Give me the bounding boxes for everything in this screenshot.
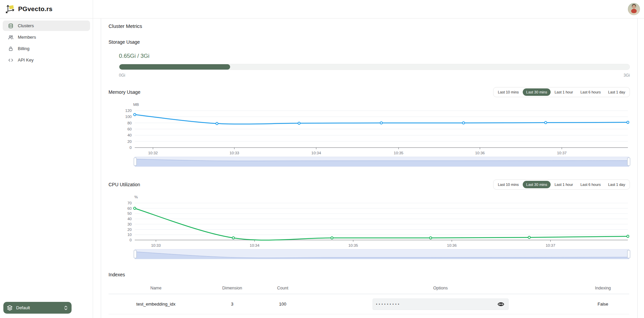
datazoom-handle-left[interactable]: [134, 158, 137, 166]
page-title: Cluster Metrics: [109, 23, 630, 29]
indexes-table-header: Name Dimension Count Options Indexing: [109, 282, 629, 294]
reveal-options-button[interactable]: [497, 300, 505, 308]
time-range-last-6-hours[interactable]: Last 6 hours: [577, 88, 604, 96]
memory-usage-section: Memory Usage Last 10 mins Last 30 mins L…: [109, 87, 630, 167]
time-range-last-10-mins[interactable]: Last 10 mins: [495, 88, 522, 96]
storage-usage-title: Storage Usage: [109, 39, 630, 45]
eye-icon: [498, 301, 504, 308]
svg-text:10:34: 10:34: [250, 243, 259, 247]
svg-text:0: 0: [130, 238, 132, 242]
svg-text:60: 60: [127, 127, 132, 131]
time-range-last-1-hour[interactable]: Last 1 hour: [551, 88, 576, 96]
sidebar-nav: Clusters Members Billing API Key: [0, 18, 93, 68]
storage-usage-block: 0.65Gi / 3Gi 0Gi 3Gi: [119, 53, 630, 78]
column-header-count: Count: [261, 286, 304, 290]
code-icon: [8, 57, 13, 63]
svg-text:40: 40: [127, 217, 132, 221]
svg-text:10:32: 10:32: [148, 151, 158, 155]
column-header-indexing: Indexing: [576, 286, 629, 290]
svg-text:40: 40: [127, 133, 132, 137]
column-header-options: Options: [304, 286, 577, 290]
chevron-up-down-icon: [63, 305, 68, 311]
svg-text:20: 20: [127, 140, 132, 144]
memory-datazoom-preview: [135, 157, 629, 166]
svg-text:10:35: 10:35: [348, 243, 358, 247]
database-icon: [8, 23, 13, 29]
svg-text:100: 100: [125, 115, 132, 119]
lock-icon: [8, 46, 13, 51]
datazoom-handle-left[interactable]: [134, 250, 137, 258]
cpu-datazoom-preview: [135, 249, 629, 259]
memory-time-range-group: Last 10 mins Last 30 mins Last 1 hour La…: [493, 87, 630, 97]
sidebar-item-label: Clusters: [18, 23, 34, 28]
svg-text:10:37: 10:37: [557, 151, 567, 155]
index-dimension-cell: 3: [203, 302, 261, 307]
svg-text:120: 120: [125, 109, 132, 113]
svg-text:70: 70: [127, 201, 132, 205]
svg-text:10:33: 10:33: [151, 243, 161, 247]
svg-text:30: 30: [127, 222, 132, 226]
main-area: Cluster Metrics Storage Usage 0.65Gi / 3…: [93, 0, 644, 318]
storage-progress-fill: [119, 64, 230, 70]
sidebar-item-api-key[interactable]: API Key: [3, 55, 90, 65]
memory-usage-title: Memory Usage: [109, 89, 140, 95]
column-header-dimension: Dimension: [203, 286, 261, 290]
svg-text:0: 0: [130, 146, 132, 150]
index-name-cell: test_embedding_idx: [109, 302, 203, 307]
svg-text:10:33: 10:33: [229, 151, 239, 155]
sidebar-item-clusters[interactable]: Clusters: [3, 21, 90, 31]
topbar: [93, 0, 644, 18]
content-panel: Cluster Metrics Storage Usage 0.65Gi / 3…: [101, 18, 638, 318]
svg-text:10: 10: [127, 233, 132, 237]
cpu-time-range-group: Last 10 mins Last 30 mins Last 1 hour La…: [493, 180, 630, 190]
svg-text:10:34: 10:34: [311, 151, 321, 155]
svg-text:10:35: 10:35: [394, 151, 403, 155]
pgvecto-logo-icon: [5, 4, 15, 14]
memory-datazoom-slider[interactable]: [135, 157, 629, 167]
storage-usage-value: 0.65Gi / 3Gi: [119, 53, 630, 59]
sidebar-item-billing[interactable]: Billing: [3, 43, 90, 54]
app-logo: PGvecto.rs: [0, 0, 93, 18]
sidebar-item-label: Billing: [18, 46, 30, 51]
sidebar: PGvecto.rs Clusters Members: [0, 0, 93, 318]
time-range-last-10-mins[interactable]: Last 10 mins: [495, 181, 522, 188]
storage-scale-max: 3Gi: [624, 73, 630, 78]
index-options-cell: •••••••••: [304, 299, 577, 310]
indexes-title: Indexes: [109, 272, 630, 277]
svg-text:50: 50: [127, 211, 132, 215]
memory-usage-chart: MB02040608010012010:3210:3310:3410:3510:…: [109, 101, 629, 156]
cpu-utilization-title: CPU Utilization: [109, 182, 140, 187]
time-range-last-30-mins[interactable]: Last 30 mins: [523, 88, 550, 96]
members-icon: [8, 35, 13, 40]
index-count-cell: 100: [261, 302, 304, 307]
cpu-utilization-chart: %01020304050607010:3310:3410:3510:3610:3…: [109, 193, 629, 248]
app-name: PGvecto.rs: [18, 5, 52, 13]
svg-text:10:36: 10:36: [475, 151, 485, 155]
table-row: test_embedding_idx 3 100 •••••••••: [109, 294, 629, 314]
cpu-datazoom-slider[interactable]: [135, 249, 629, 259]
cluster-selector-label: Default: [16, 305, 60, 310]
svg-text:60: 60: [127, 206, 132, 210]
time-range-last-1-hour[interactable]: Last 1 hour: [551, 181, 576, 188]
time-range-last-6-hours[interactable]: Last 6 hours: [577, 181, 604, 188]
layers-icon: [7, 305, 13, 311]
time-range-last-30-mins[interactable]: Last 30 mins: [523, 181, 550, 188]
svg-text:10:37: 10:37: [546, 243, 555, 247]
cluster-selector-button[interactable]: Default: [3, 302, 72, 314]
time-range-last-1-day[interactable]: Last 1 day: [605, 88, 629, 96]
sidebar-item-label: API Key: [18, 57, 34, 63]
svg-text:20: 20: [127, 228, 132, 232]
storage-scale-min: 0Gi: [119, 73, 125, 78]
storage-scale: 0Gi 3Gi: [119, 73, 630, 78]
datazoom-handle-right[interactable]: [627, 250, 630, 258]
time-range-last-1-day[interactable]: Last 1 day: [605, 181, 629, 188]
user-avatar[interactable]: [628, 3, 640, 15]
datazoom-handle-right[interactable]: [627, 158, 630, 166]
indexes-table: Name Dimension Count Options Indexing te…: [109, 282, 629, 314]
svg-text:80: 80: [127, 121, 132, 125]
options-masked-input[interactable]: •••••••••: [373, 299, 509, 310]
sidebar-item-members[interactable]: Members: [3, 32, 90, 42]
column-header-name: Name: [109, 286, 203, 290]
svg-text:%: %: [134, 195, 138, 199]
storage-progress-bar: [119, 64, 630, 70]
